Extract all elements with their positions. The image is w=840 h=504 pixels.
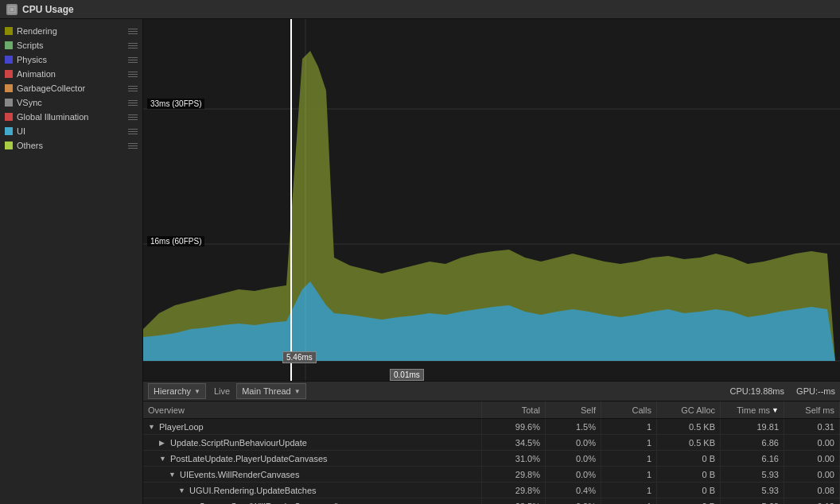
hierarchy-dropdown[interactable]: Hierarchy ▼ bbox=[148, 383, 206, 399]
row-name: PlayerLoop bbox=[159, 422, 204, 432]
td-name: ▶ Canvas.SendWillRenderCanvases() bbox=[143, 498, 482, 504]
legend-item-scripts[interactable]: Scripts bbox=[3, 38, 139, 52]
toolbar-row: Hierarchy ▼ Live Main Thread ▼ CPU:19.88… bbox=[143, 381, 840, 401]
th-selfms[interactable]: Self ms bbox=[784, 401, 840, 418]
legend-item-physics[interactable]: Physics bbox=[3, 52, 139, 67]
td-gcalloc: 0.5 KB bbox=[657, 435, 721, 450]
legend-label: Others bbox=[17, 141, 124, 150]
legend-handle bbox=[128, 72, 138, 77]
legend-color bbox=[5, 142, 13, 149]
cpu-label: CPU:19.88ms bbox=[730, 386, 784, 396]
svg-rect-1 bbox=[10, 8, 14, 11]
td-name: ▼ UIEvents.WillRenderCanvases bbox=[143, 467, 482, 482]
thread-dropdown-arrow: ▼ bbox=[294, 388, 301, 395]
td-timems: 5.93 bbox=[721, 483, 784, 498]
td-calls: 1 bbox=[601, 419, 657, 434]
td-self: 0.9% bbox=[546, 498, 601, 504]
table-row[interactable]: ▼ PostLateUpdate.PlayerUpdateCanvases 31… bbox=[143, 451, 840, 467]
td-gcalloc: 0 B bbox=[657, 467, 721, 482]
td-name: ▶ Update.ScriptRunBehaviourUpdate bbox=[143, 435, 482, 450]
legend-color bbox=[5, 113, 13, 121]
legend-color bbox=[5, 27, 13, 35]
thread-dropdown[interactable]: Main Thread ▼ bbox=[236, 383, 305, 399]
hierarchy-dropdown-arrow: ▼ bbox=[194, 388, 200, 395]
row-name: Update.ScriptRunBehaviourUpdate bbox=[170, 438, 307, 448]
table-body[interactable]: ▼ PlayerLoop 99.6% 1.5% 1 0.5 KB 19.81 0… bbox=[143, 419, 840, 504]
legend-label: Scripts bbox=[17, 41, 124, 50]
td-calls: 1 bbox=[601, 483, 657, 498]
legend-item-ui[interactable]: UI bbox=[3, 124, 139, 138]
thread-label: Main Thread bbox=[242, 386, 291, 396]
legend-item-others[interactable]: Others bbox=[3, 138, 139, 153]
td-total: 31.0% bbox=[482, 451, 546, 466]
legend-item-garbagecollector[interactable]: GarbageCollector bbox=[3, 81, 139, 95]
td-total: 99.6% bbox=[482, 419, 546, 434]
th-overview[interactable]: Overview bbox=[143, 401, 482, 418]
live-label: Live bbox=[214, 386, 230, 396]
td-name: ▼ PostLateUpdate.PlayerUpdateCanvases bbox=[143, 451, 482, 466]
row-name: UIEvents.WillRenderCanvases bbox=[180, 470, 299, 479]
legend-item-global-illumination[interactable]: Global Illumination bbox=[3, 110, 139, 124]
table-row[interactable]: ▼ UGUI.Rendering.UpdateBatches 29.8% 0.4… bbox=[143, 483, 840, 498]
table-row[interactable]: ▶ Update.ScriptRunBehaviourUpdate 34.5% … bbox=[143, 435, 840, 451]
td-calls: 1 bbox=[601, 498, 657, 504]
td-timems: 6.86 bbox=[721, 435, 784, 450]
th-self[interactable]: Self bbox=[546, 401, 601, 418]
td-selfms: 0.31 bbox=[784, 419, 840, 434]
legend-item-rendering[interactable]: Rendering bbox=[3, 24, 139, 38]
th-calls[interactable]: Calls bbox=[601, 401, 657, 418]
row-name: PostLateUpdate.PlayerUpdateCanvases bbox=[170, 454, 328, 463]
row-name: UGUI.Rendering.UpdateBatches bbox=[189, 486, 317, 495]
label-16fps: 16ms (60FPS) bbox=[147, 236, 204, 246]
chart-area[interactable]: 33ms (30FPS) 16ms (60FPS) 5.46ms 0.01ms bbox=[143, 19, 840, 381]
legend-handle bbox=[128, 29, 138, 34]
legend-label: Global Illumination bbox=[17, 112, 124, 122]
table-row[interactable]: ▼ UIEvents.WillRenderCanvases 29.8% 0.0%… bbox=[143, 467, 840, 483]
td-selfms: 0.00 bbox=[784, 451, 840, 466]
th-gcalloc[interactable]: GC Alloc bbox=[657, 401, 721, 418]
expand-icon[interactable]: ▼ bbox=[148, 423, 158, 431]
label-33fps: 33ms (30FPS) bbox=[147, 99, 204, 109]
legend-handle bbox=[128, 129, 138, 134]
th-timems[interactable]: Time ms ▼ bbox=[721, 401, 784, 418]
expand-icon[interactable]: ▼ bbox=[159, 455, 169, 463]
legend-handle bbox=[128, 43, 138, 48]
td-timems: 19.81 bbox=[721, 419, 784, 434]
td-calls: 1 bbox=[601, 435, 657, 450]
table-row[interactable]: ▼ PlayerLoop 99.6% 1.5% 1 0.5 KB 19.81 0… bbox=[143, 419, 840, 435]
td-name: ▼ PlayerLoop bbox=[143, 419, 482, 434]
legend-color bbox=[5, 84, 13, 92]
th-total[interactable]: Total bbox=[482, 401, 546, 418]
sort-indicator: ▼ bbox=[772, 406, 779, 414]
expand-icon[interactable]: ▼ bbox=[178, 487, 188, 494]
legend-label: UI bbox=[17, 126, 124, 136]
legend-item-vsync[interactable]: VSync bbox=[3, 95, 139, 110]
gpu-label: GPU:--ms bbox=[796, 386, 835, 396]
hierarchy-label: Hierarchy bbox=[154, 386, 191, 396]
cpu-gpu-info: CPU:19.88ms GPU:--ms bbox=[730, 386, 835, 396]
legend-panel: Rendering Scripts Physics Animation Garb… bbox=[0, 19, 143, 504]
td-selfms: 0.00 bbox=[784, 467, 840, 482]
expand-icon[interactable]: ▶ bbox=[159, 439, 169, 447]
legend-label: VSync bbox=[17, 98, 124, 107]
legend-label: Physics bbox=[17, 55, 124, 64]
expand-icon[interactable]: ▼ bbox=[169, 471, 178, 479]
legend-handle bbox=[128, 114, 138, 120]
table-row[interactable]: ▶ Canvas.SendWillRenderCanvases() 28.5% … bbox=[143, 498, 840, 504]
legend-label: Animation bbox=[17, 69, 124, 79]
page-title: CPU Usage bbox=[22, 4, 74, 15]
td-timems: 5.68 bbox=[721, 498, 784, 504]
row-name: Canvas.SendWillRenderCanvases() bbox=[199, 502, 339, 505]
legend-handle bbox=[128, 86, 138, 91]
main-container: Rendering Scripts Physics Animation Garb… bbox=[0, 19, 840, 504]
legend-color bbox=[5, 41, 13, 49]
td-self: 0.4% bbox=[546, 483, 601, 498]
chart-svg bbox=[143, 19, 840, 381]
legend-handle bbox=[128, 100, 138, 106]
legend-item-animation[interactable]: Animation bbox=[3, 67, 139, 81]
td-selfms: 0.00 bbox=[784, 435, 840, 450]
td-timems: 5.93 bbox=[721, 467, 784, 482]
td-selfms: 0.08 bbox=[784, 483, 840, 498]
legend-color bbox=[5, 70, 13, 78]
td-timems: 6.16 bbox=[721, 451, 784, 466]
